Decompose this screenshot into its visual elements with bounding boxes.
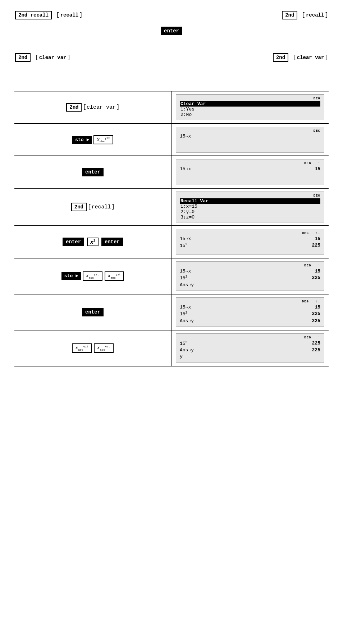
screen-val-7-3: 225 [302,318,320,324]
bracket-right-3: ] [67,54,70,61]
cell-left-1: 2nd [clear var] [14,91,172,123]
cell-right-2: DEG 15→x [172,124,329,156]
bracket-r-r4: ] [111,204,115,210]
screen-row-5-2: 152 225 [180,242,320,249]
screen-expr-7-2: 152 [180,311,302,318]
bracket-left-1: [ [56,12,60,18]
screen-8: DEG ↑ 152 225 Ans→y 225 y [176,333,324,363]
bracket-right-1: ] [79,12,83,18]
key-sto-r2[interactable]: sto ► [72,136,92,144]
screen-content-2: 15→x [180,134,320,139]
header-left-2nd-clearvar: 2nd [clear var] [14,53,71,62]
key-xabc-r8a[interactable]: xabcyzt [72,343,92,353]
screen-expr-5-2: 152 [180,242,302,249]
key-enter-r5a[interactable]: enter [63,238,84,246]
screen-val-8-1: 225 [302,340,320,347]
header-row2: enter [14,27,329,35]
cell-left-3: enter [14,156,172,188]
cell-left-2: sto ► xabcyzt [14,124,172,156]
key-2nd-r1[interactable]: 2nd [66,103,82,112]
table-row-5: enter x2 enter DEG ↑↓ 15→x 15 [14,226,329,258]
key-2nd-left[interactable]: 2nd recall [15,11,52,19]
screen-row-8-1: 152 225 [180,340,320,347]
cell-right-5: DEG ↑↓ 15→x 15 152 225 [172,226,329,258]
deg-6: DEG ↑ [304,264,320,267]
header-row3: 2nd [clear var] 2nd [clear var] [14,53,329,62]
screen-val-6-3 [302,282,320,288]
screen-content-7: 15→x 15 152 225 Ans→y 225 [180,304,320,324]
menu-recall-y: 2:y=0 [180,209,320,215]
screen-val-6-1: 15 [302,268,320,275]
screen-row-5-1: 15→x 15 [180,236,320,242]
page-container: 2nd recall [recall] 2nd [recall] enter 2… [0,0,343,377]
bracket-right-4: ] [325,54,328,61]
table-row-2: sto ► xabcyzt DEG 15→x [14,124,329,156]
screen-row-6-3: Ans→y [180,282,320,288]
screen-val-7-1: 15 [302,304,320,311]
screen-val-7-2: 225 [302,311,320,318]
screen-2: DEG 15→x [176,127,324,153]
cell-left-7: enter [14,294,172,330]
key-enter-r3[interactable]: enter [82,168,104,176]
screen-row-8-2: Ans→y 225 [180,347,320,353]
key-2nd-right[interactable]: 2nd [282,11,297,19]
screen-content-8: 152 225 Ans→y 225 y [180,340,320,360]
key-xabc-r6a[interactable]: xabcyzt [83,271,102,281]
key-clearvar-r1: clear var [87,104,116,111]
deg-4: DEG [314,194,320,198]
key-x2-r5[interactable]: x2 [87,238,99,247]
main-table: 2nd [clear var] DEG Clear Var 1:Yes 2:No [14,91,329,366]
screen-row-6-1: 15→x 15 [180,268,320,275]
screen-line-2-1: 15→x [180,134,320,139]
table-row-1: 2nd [clear var] DEG Clear Var 1:Yes 2:No [14,91,329,124]
bracket-l-r1: [ [83,104,86,111]
screen-expr-6-3: Ans→y [180,282,302,288]
key-clearvar-label-left: clear var [39,55,67,60]
screen-row-7-1: 15→x 15 [180,304,320,311]
key-enter-center[interactable]: enter [161,27,182,35]
bracket-left-4: [ [293,54,296,61]
key-2nd-clearvar-left[interactable]: 2nd [15,53,31,62]
cell-right-3: DEG ↑ 15→x 15 [172,156,329,188]
screen-expr-3-1: 15→x [180,166,302,172]
cell-right-8: DEG ↑ 152 225 Ans→y 225 y [172,330,329,366]
screen-val-5-1: 15 [302,236,320,242]
screen-row-7-2: 152 225 [180,311,320,318]
cell-right-7: DEG ↑↓ 15→x 15 152 225 Ans→y [172,294,329,330]
screen-content-4: Recall Var 1:x=15 2:y=0 3↓z=0 [180,198,320,220]
cell-right-6: DEG ↑ 15→x 15 152 225 Ans→y [172,258,329,294]
key-xabc-r6b[interactable]: xabcyzt [105,271,124,281]
screen-row-7-3: Ans→y 225 [180,318,320,324]
screen-content-1: Clear Var 1:Yes 2:No [180,101,320,117]
header-area: 2nd recall [recall] 2nd [recall] enter 2… [14,11,329,80]
key-xabc-r8b[interactable]: xabcyzt [94,343,114,353]
deg-3: DEG ↑ [304,162,320,165]
screen-6: DEG ↑ 15→x 15 152 225 Ans→y [176,261,324,291]
key-sto-r6[interactable]: sto ► [61,272,81,280]
header-right-2nd-recall: 2nd [recall] [281,11,329,19]
key-2nd-r4[interactable]: 2nd [71,203,87,211]
screen-4: DEG Recall Var 1:x=15 2:y=0 3↓z=0 [176,192,324,222]
key-xabc-r2[interactable]: xabcyzt [93,135,113,144]
screen-expr-5-1: 15→x [180,236,302,242]
cell-left-6: sto ► xabcyzt xabcyzt [14,258,172,294]
cell-right-4: DEG Recall Var 1:x=15 2:y=0 3↓z=0 [172,189,329,225]
header-left-2nd-recall: 2nd recall [recall] [14,11,83,19]
key-enter-r5b[interactable]: enter [101,238,123,246]
key-recall-label-left: recall [60,12,78,18]
screen-5: DEG ↑↓ 15→x 15 152 225 [176,229,324,255]
key-2nd-clearvar-right[interactable]: 2nd [273,53,288,62]
screen-expr-8-1: 152 [180,340,302,347]
key-enter-r7[interactable]: enter [82,308,104,316]
table-row-6: sto ► xabcyzt xabcyzt DEG ↑ 15→x 15 [14,258,329,294]
table-row-7: enter DEG ↑↓ 15→x 15 152 [14,294,329,330]
bracket-left-3: [ [35,54,38,61]
menu-recall-x: 1:x=15 [180,204,320,209]
screen-content-5: 15→x 15 152 225 [180,236,320,249]
deg-7: DEG ↑↓ [302,300,320,303]
screen-content-3: 15→x 15 [180,166,320,172]
table-row-8: xabcyzt xabcyzt DEG ↑ 152 225 [14,330,329,366]
menu-clearvar-no: 2:No [180,112,320,117]
screen-row-8-3: y [180,353,320,360]
key-recall-r4: recall [92,204,111,210]
